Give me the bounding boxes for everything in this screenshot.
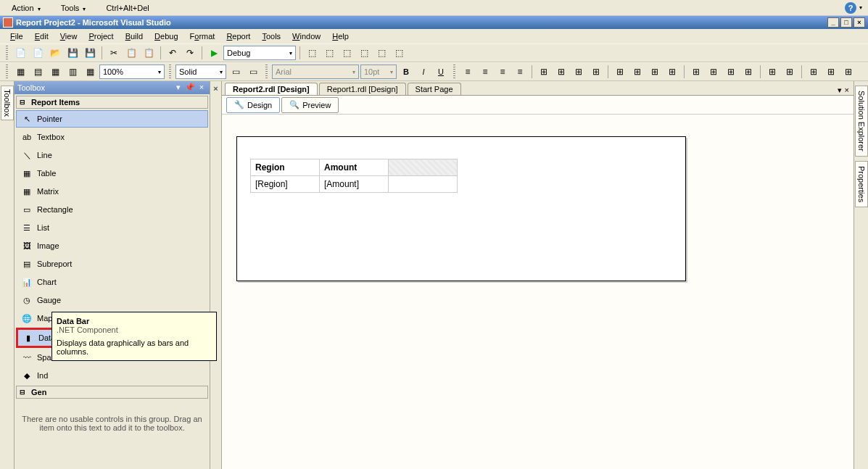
layout-button[interactable]: ⊞ (612, 64, 628, 80)
toolbox-item-chart[interactable]: 📊Chart (16, 273, 208, 291)
report-body[interactable]: Region Amount [Region] [Amount] (236, 136, 686, 281)
save-button[interactable]: 💾 (65, 45, 80, 61)
layout-button[interactable]: ⊞ (740, 64, 756, 80)
toolbox-item-table[interactable]: ▦Table (16, 165, 208, 182)
pane-close-button[interactable]: × (213, 84, 218, 93)
layout-button[interactable]: ⊞ (553, 64, 569, 80)
toolbar-button[interactable]: ▭ (228, 64, 244, 80)
panel-menu-button[interactable]: ▾ (173, 83, 183, 93)
menu-file[interactable]: File (4, 30, 29, 42)
close-button[interactable]: × (853, 17, 865, 28)
layout-button[interactable]: ⊞ (629, 64, 645, 80)
undo-button[interactable]: ↶ (165, 45, 181, 61)
toolbox-item-line[interactable]: ＼Line (16, 146, 208, 164)
vm-tools-menu[interactable]: Tools ▾ (55, 2, 92, 14)
redo-button[interactable]: ↷ (182, 45, 198, 61)
layout-button[interactable]: ⊞ (764, 64, 780, 80)
layout-button[interactable]: ⊞ (823, 64, 839, 80)
layout-button[interactable]: ⊞ (647, 64, 663, 80)
border-style-combo[interactable]: Solid▾ (175, 65, 226, 79)
doc-tab-report1[interactable]: Report1.rdl [Design] (319, 83, 406, 95)
data-cell-amount[interactable]: [Amount] (320, 176, 389, 193)
header-cell-amount[interactable]: Amount (320, 159, 389, 176)
copy-button[interactable]: 📋 (123, 45, 139, 61)
menu-edit[interactable]: Edit (29, 30, 54, 42)
toolbox-item-textbox[interactable]: abTextbox (16, 128, 208, 146)
layout-button[interactable]: ⊞ (706, 64, 722, 80)
preview-view-tab[interactable]: 🔍 Preview (281, 97, 339, 113)
toolbar-button[interactable]: ⬚ (373, 45, 389, 61)
tab-close-button[interactable]: × (845, 86, 849, 95)
toolbox-item-pointer[interactable]: ↖Pointer (16, 110, 208, 128)
menu-view[interactable]: View (54, 30, 83, 42)
bold-button[interactable]: B (398, 64, 414, 80)
toolbox-group-general[interactable]: ⊟ Gen (16, 386, 208, 399)
layout-button[interactable]: ⊞ (688, 64, 704, 80)
layout-button[interactable]: ⊞ (588, 64, 604, 80)
header-cell-empty[interactable] (389, 159, 458, 176)
italic-button[interactable]: I (416, 64, 431, 80)
auto-hide-button[interactable]: 📌 (185, 83, 195, 93)
zoom-combo[interactable]: 100%▾ (99, 65, 165, 79)
toolbar-button[interactable]: ⬚ (356, 45, 372, 61)
help-icon[interactable]: ? (845, 2, 856, 14)
menu-debug[interactable]: Debug (149, 30, 183, 42)
toolbox-item-matrix[interactable]: ▦Matrix (16, 183, 208, 200)
layout-button[interactable]: ⊞ (536, 64, 552, 80)
panel-close-button[interactable]: × (197, 83, 207, 93)
menu-project[interactable]: Project (83, 30, 119, 42)
header-cell-region[interactable]: Region (251, 159, 320, 176)
toolbox-item-subreport[interactable]: ▤Subreport (16, 255, 208, 273)
font-combo[interactable]: Arial▾ (272, 65, 359, 79)
design-view-tab[interactable]: 🔧 Design (226, 97, 280, 113)
toolbox-tab[interactable]: Toolbox (1, 86, 14, 120)
layout-button[interactable]: ⊞ (782, 64, 798, 80)
open-button[interactable]: 📂 (47, 45, 63, 61)
menu-format[interactable]: Format (184, 30, 221, 42)
layout-button[interactable]: ⊞ (840, 64, 856, 80)
toolbar-button[interactable]: ▦ (47, 64, 63, 80)
toolbar-button[interactable]: ⬚ (304, 45, 320, 61)
add-item-button[interactable]: 📄 (30, 45, 46, 61)
solution-explorer-tab[interactable]: Solution Explorer (855, 86, 868, 157)
toolbox-item-list[interactable]: ☰List (16, 219, 208, 236)
tab-dropdown-button[interactable]: ▾ (838, 86, 842, 95)
vm-action-menu[interactable]: Action ▾ (6, 2, 46, 14)
align-button[interactable]: ≡ (495, 64, 511, 80)
font-size-combo[interactable]: 10pt▾ (360, 65, 397, 79)
layout-button[interactable]: ⊞ (806, 64, 822, 80)
menu-report[interactable]: Report (220, 30, 256, 42)
doc-tab-start-page[interactable]: Start Page (408, 83, 461, 95)
toolbar-button[interactable]: ▤ (30, 64, 46, 80)
minimize-button[interactable]: _ (827, 17, 839, 28)
align-button[interactable]: ≡ (512, 64, 528, 80)
doc-tab-report2[interactable]: Report2.rdl [Design] (225, 83, 318, 95)
restore-button[interactable]: □ (840, 17, 852, 28)
toolbox-item-indicator[interactable]: ◆Ind (16, 367, 208, 384)
cut-button[interactable]: ✂ (106, 45, 122, 61)
save-all-button[interactable]: 💾 (82, 45, 98, 61)
layout-button[interactable]: ⊞ (664, 64, 680, 80)
align-button[interactable]: ≡ (460, 64, 476, 80)
toolbar-button[interactable]: ⬚ (391, 45, 407, 61)
toolbar-button[interactable]: ⬚ (321, 45, 337, 61)
start-debug-button[interactable]: ▶ (206, 45, 222, 61)
toolbar-button[interactable]: ▦ (82, 64, 98, 80)
menu-help[interactable]: Help (326, 30, 355, 42)
align-button[interactable]: ≡ (477, 64, 493, 80)
toolbox-group-report-items[interactable]: ⊟ Report Items (16, 96, 208, 109)
paste-button[interactable]: 📋 (141, 45, 157, 61)
toolbar-button[interactable]: ▦ (12, 64, 28, 80)
configuration-combo[interactable]: Debug▾ (223, 46, 296, 60)
toolbar-button[interactable]: ▭ (245, 64, 261, 80)
toolbar-button[interactable]: ⬚ (339, 45, 355, 61)
report-table[interactable]: Region Amount [Region] [Amount] (250, 159, 458, 193)
menu-window[interactable]: Window (286, 30, 326, 42)
menu-tools[interactable]: Tools (256, 30, 286, 42)
data-cell-empty[interactable] (389, 176, 458, 193)
toolbox-item-gauge[interactable]: ◷Gauge (16, 291, 208, 309)
new-project-button[interactable]: 📄 (12, 45, 28, 61)
layout-button[interactable]: ⊞ (723, 64, 739, 80)
menu-build[interactable]: Build (120, 30, 149, 42)
data-cell-region[interactable]: [Region] (251, 176, 320, 193)
